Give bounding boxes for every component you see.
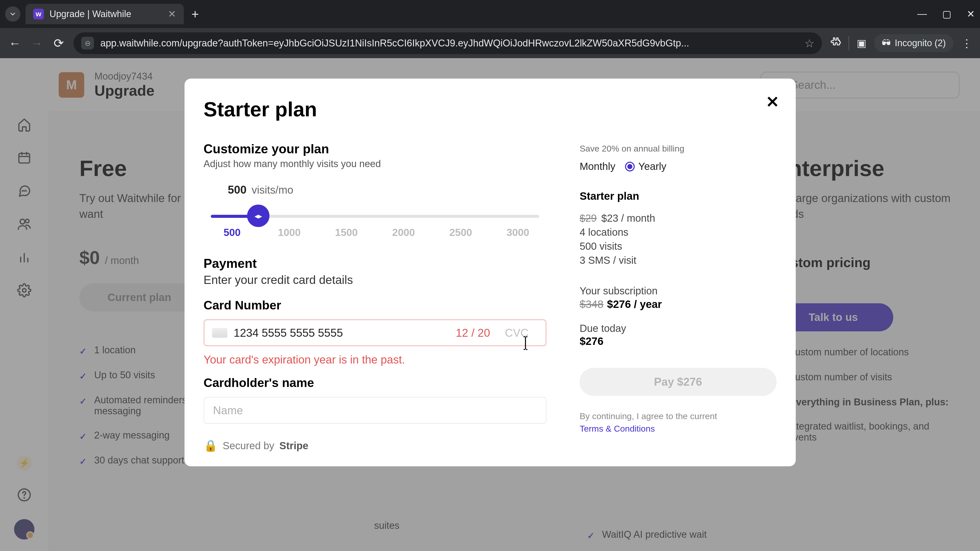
summary-visits: 500 visits [579,241,776,252]
secured-by-row: 🔒 Secured by Stripe [204,439,547,452]
window-controls: — ▢ ✕ [917,8,975,20]
slider-tick: 2000 [375,227,432,238]
summary-sms: 3 SMS / visit [579,254,776,266]
tab-search-button[interactable] [5,6,21,22]
sub-price-current: $276 / year [607,298,662,310]
maximize-button[interactable]: ▢ [942,8,951,20]
incognito-icon: 🕶 [882,38,891,48]
sub-price-original: $348 [579,298,603,310]
tab-favicon: w [33,9,44,19]
slider-tick: 500 [204,227,261,238]
save-note: Save 20% on annual billing [579,144,776,154]
close-window-button[interactable]: ✕ [967,8,975,20]
card-expiry-input[interactable]: 12 / 20 [447,327,498,339]
summary-plan-name: Starter plan [579,190,776,202]
due-today-label: Due today [579,323,776,334]
slider-tick: 1500 [318,227,375,238]
url-text: app.waitwhile.com/upgrade?authToken=eyJh… [100,38,798,49]
modal-left-column: Customize your plan Adjust how many mont… [204,141,547,452]
forward-button[interactable]: → [30,36,44,50]
new-tab-button[interactable]: + [191,6,199,21]
due-today-amount: $276 [579,335,776,348]
browser-chrome: w Upgrade | Waitwhile ✕ + — ▢ ✕ ← → ⟳ ⊖ … [0,0,980,58]
card-cvc-input[interactable]: CVC [505,327,538,339]
slider-thumb[interactable]: ◂▸ [247,205,269,227]
payment-sub: Enter your credit card details [204,273,547,287]
cardholder-label: Cardholder's name [204,376,547,390]
toolbar-divider [849,36,849,50]
price-original: $29 [579,213,597,224]
minimize-button[interactable]: — [917,8,927,20]
card-brand-icon [212,328,228,338]
slider-labels: 500 1000 1500 2000 2500 3000 [204,227,547,238]
lock-icon: 🔒 [204,439,218,452]
subscription-label: Your subscription [579,285,776,297]
subscription-price-row: $348 $276 / year [579,298,776,310]
secured-by-label: Secured by [223,440,274,451]
visits-unit: visits/mo [251,184,293,196]
modal-title: Starter plan [204,98,776,121]
card-number-input[interactable] [234,327,441,339]
cardholder-name-input[interactable]: Name [204,397,547,424]
tab-strip: w Upgrade | Waitwhile ✕ + — ▢ ✕ [0,0,980,28]
back-button[interactable]: ← [8,36,22,50]
slider-tick: 1000 [261,227,318,238]
visits-display: 500 visits/mo [228,183,547,196]
terms-link[interactable]: Terms & Conditions [579,424,655,433]
slider-tick: 2500 [432,227,489,238]
site-info-button[interactable]: ⊖ [81,37,94,49]
modal-close-button[interactable]: ✕ [766,93,779,111]
modal-overlay[interactable]: ✕ Starter plan Customize your plan Adjus… [0,58,980,551]
extensions-button[interactable] [830,37,841,50]
billing-yearly-option[interactable]: Yearly [625,161,667,172]
card-number-label: Card Number [204,298,547,312]
incognito-label: Incognito (2) [895,38,946,48]
price-current: $23 / month [601,213,655,224]
side-panel-button[interactable]: ▣ [857,37,866,49]
visits-value: 500 [228,183,247,196]
bookmark-button[interactable]: ☆ [804,37,815,50]
modal-right-column: Save 20% on annual billing Monthly Yearl… [579,141,776,452]
radio-icon [625,162,635,171]
browser-tab[interactable]: w Upgrade | Waitwhile ✕ [25,4,184,24]
browser-toolbar: ← → ⟳ ⊖ app.waitwhile.com/upgrade?authTo… [0,28,980,58]
slider-tick: 3000 [489,227,546,238]
customize-sub: Adjust how many monthly visits you need [204,159,547,169]
browser-menu-button[interactable]: ⋮ [961,37,972,50]
card-input-group: 12 / 20 CVC [204,319,547,346]
reload-button[interactable]: ⟳ [52,36,66,50]
tab-title: Upgrade | Waitwhile [49,9,162,19]
pay-button[interactable]: Pay $276 [579,368,776,396]
tab-close-button[interactable]: ✕ [168,8,176,20]
card-error-message: Your card's expiration year is in the pa… [204,353,547,366]
app-viewport: ⚡ M Moodjoy7434 Upgrade 🔍 Search... Free… [0,58,980,551]
summary-price-line: $29 $23 / month [579,213,776,224]
name-placeholder: Name [213,404,243,417]
upgrade-modal: ✕ Starter plan Customize your plan Adjus… [185,79,796,466]
address-bar[interactable]: ⊖ app.waitwhile.com/upgrade?authToken=ey… [73,32,822,54]
customize-heading: Customize your plan [204,141,547,156]
stripe-label: Stripe [280,440,308,451]
billing-period-toggle: Monthly Yearly [579,161,776,172]
incognito-badge[interactable]: 🕶 Incognito (2) [874,34,953,52]
billing-monthly-option[interactable]: Monthly [579,161,615,172]
text-cursor-icon [522,335,529,354]
summary-locations: 4 locations [579,227,776,238]
payment-heading: Payment [204,256,547,271]
agree-text: By continuing, I agree to the current Te… [579,410,776,435]
modal-body: Customize your plan Adjust how many mont… [204,141,776,452]
visits-slider[interactable]: ◂▸ 500 1000 1500 2000 2500 3000 [204,210,547,247]
